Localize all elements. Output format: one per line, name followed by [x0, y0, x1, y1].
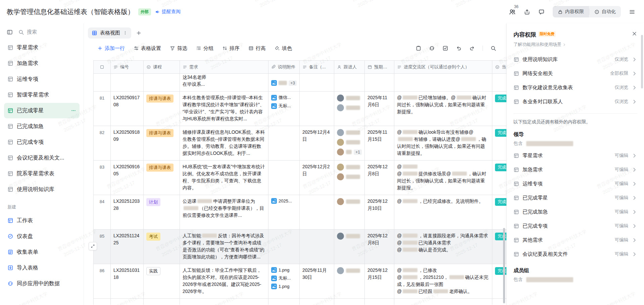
- follower[interactable]: [337, 267, 362, 274]
- cell-note[interactable]: 2025年12月2日: [300, 161, 334, 195]
- sidebar-item[interactable]: 暂缓零星需求: [4, 87, 80, 103]
- row-number[interactable]: 81: [94, 92, 111, 126]
- checksq-button[interactable]: [442, 45, 448, 51]
- column-header[interactable]: 课程: [144, 60, 180, 74]
- toolbar-plus-button[interactable]: 添加一行: [97, 45, 125, 52]
- cell-due-date[interactable]: 2025年12月8日: [365, 161, 394, 195]
- row-number[interactable]: 82: [94, 126, 111, 161]
- sidebar-new-item[interactable]: 工作表: [4, 213, 80, 228]
- cell-attachments[interactable]: +3: [268, 74, 300, 92]
- more-followers-badge[interactable]: +1: [354, 149, 362, 155]
- cell-demand[interactable]: HUB系统“统一发布课表”中增加发布统计比例。优化发布不成功信息，按开课课程、学…: [180, 161, 268, 195]
- sidebar-item[interactable]: 已完成零星: [4, 103, 80, 118]
- cell-note[interactable]: 2025年11月30日: [300, 264, 334, 299]
- panel-permission-item[interactable]: 网络安全相关全部权限: [509, 66, 641, 80]
- panel-help-link[interactable]: 了解功能用法和使用场景: [513, 42, 566, 48]
- sidebar-item[interactable]: 已完成专项: [4, 134, 80, 150]
- cell-due-date[interactable]: [365, 74, 394, 92]
- toolbar-funnel-button[interactable]: 筛选: [170, 45, 187, 52]
- cell-note[interactable]: [300, 74, 334, 92]
- sidebar-new-item[interactable]: 同步应用中的数据: [4, 276, 80, 291]
- cell-id[interactable]: LX2025091605: [111, 161, 144, 195]
- cell-progress[interactable]: @，已经完成修改。见说明附件。: [394, 195, 492, 230]
- cell-id[interactable]: LX2025112425: [111, 230, 144, 264]
- panel-permission-item[interactable]: 已完成加急可编辑: [509, 205, 641, 219]
- cell-progress[interactable]: @，请直接跟段老师，沟通具体需求@已沟通具体需求@确认是否完成。: [394, 230, 492, 264]
- share-button[interactable]: [524, 9, 530, 15]
- cell-progress[interactable]: @@提供修改场景@，确认时间过长，强制确认完成，如果还有问题请重新提报。: [394, 161, 492, 195]
- sidebar-item[interactable]: 运维专项: [4, 71, 80, 87]
- column-header[interactable]: 编号: [111, 60, 144, 74]
- panel-scrollbar[interactable]: [641, 35, 643, 88]
- cell-attachments[interactable]: [268, 126, 300, 161]
- sidebar-item[interactable]: 加急需求: [4, 56, 80, 71]
- sidebar-item[interactable]: 会议纪要及相关文...: [4, 150, 80, 166]
- row-number[interactable]: 83: [94, 161, 111, 195]
- sync-button[interactable]: [429, 45, 435, 51]
- cell-id[interactable]: [111, 74, 144, 92]
- more-attachments-badge[interactable]: +3: [289, 80, 297, 86]
- cell-progress[interactable]: @已经增加辅修。@确认时间过长，强制确认完成，如果还有问题请重新提报。: [394, 92, 492, 126]
- column-header[interactable]: 进度交流区（可以通过@到个人）: [394, 60, 492, 74]
- attachment-chip[interactable]: 微信...: [271, 95, 297, 101]
- cell-note[interactable]: 2025年12月4日: [300, 126, 334, 161]
- cell-note[interactable]: [300, 92, 334, 126]
- column-header[interactable]: 预期完成...: [365, 60, 394, 74]
- cell-followers[interactable]: [334, 161, 365, 195]
- follower[interactable]: [337, 139, 362, 146]
- cell-attachments[interactable]: [268, 230, 300, 264]
- cell-due-date[interactable]: 2025年11月15日: [365, 126, 394, 161]
- attachment-chip[interactable]: 无标...: [271, 103, 297, 109]
- expand-record-button[interactable]: [89, 242, 97, 250]
- sidebar-new-item[interactable]: 仪表盘: [4, 229, 80, 244]
- cell-followers[interactable]: [334, 195, 365, 230]
- toolbar-group-button[interactable]: 分组: [196, 45, 213, 52]
- cell-followers[interactable]: +1: [334, 126, 365, 161]
- select-all-cell[interactable]: [94, 60, 111, 74]
- sidebar-item[interactable]: 院系零星需求表: [4, 166, 80, 181]
- follower[interactable]: [337, 129, 362, 136]
- column-header[interactable]: 说明附件: [268, 60, 300, 74]
- cell-attachments[interactable]: [268, 161, 300, 195]
- cell-course[interactable]: 计划: [144, 195, 180, 230]
- cell-demand[interactable]: 人工智能反馈：因补考考试涉及多个课程，需要增加一个查询补考成绩是否激活的功能（可…: [180, 230, 268, 264]
- column-header[interactable]: 备注（...: [300, 60, 334, 74]
- row-number[interactable]: 84: [94, 195, 111, 230]
- sidebar-item[interactable]: 已完成加急: [4, 119, 80, 134]
- cell-attachments[interactable]: 2025...: [268, 195, 300, 230]
- sidebar-item[interactable]: 使用说明知识库: [4, 182, 80, 197]
- cell-status[interactable]: [492, 74, 506, 92]
- cell-id[interactable]: LX2025103118: [111, 264, 144, 299]
- cell-status[interactable]: 完成: [492, 126, 506, 161]
- remind-review-link[interactable]: 提醒查阅: [155, 9, 181, 15]
- cell-progress[interactable]: @，已修改@，20251210，确认还未完成，见左侧最后一张图@已经跟老师确认。: [394, 264, 492, 299]
- cell-id[interactable]: LX2025120328: [111, 195, 144, 230]
- cell-due-date[interactable]: 2025年12月15日: [365, 264, 394, 299]
- row-number[interactable]: 86: [94, 264, 111, 299]
- comment-button[interactable]: [538, 9, 545, 15]
- cell-attachments[interactable]: 微信...无标...: [268, 92, 300, 126]
- panel-permission-item[interactable]: 已完成专项可编辑: [509, 219, 641, 233]
- close-icon[interactable]: [632, 31, 637, 37]
- undo-button[interactable]: [456, 45, 462, 51]
- follower[interactable]: [337, 198, 362, 205]
- panel-permission-item[interactable]: 加急需求可编辑: [509, 163, 641, 177]
- cell-due-date[interactable]: 2025年12月10日: [365, 195, 394, 230]
- attachment-chip[interactable]: 1.png: [271, 284, 297, 289]
- follower[interactable]: [337, 104, 362, 111]
- sidebar-new-item[interactable]: 导入表格: [4, 260, 80, 276]
- column-header[interactable]: 需求: [180, 60, 268, 74]
- search-button[interactable]: [490, 45, 496, 51]
- cell-attachments[interactable]: 1.png无标...1.png: [268, 264, 300, 299]
- attachment-chip[interactable]: 2025...: [271, 198, 297, 204]
- sidebar-toggle-icon[interactable]: [7, 29, 13, 35]
- attachment-chip[interactable]: 无标...: [271, 275, 297, 281]
- cell-id[interactable]: LX2025091809: [111, 126, 144, 161]
- attachment-chip[interactable]: 1.png: [271, 267, 297, 273]
- tab-grid-view[interactable]: 表格视图: [88, 27, 131, 39]
- cell-followers[interactable]: [334, 92, 365, 126]
- panel-permission-item[interactable]: 运维专项可编辑: [509, 177, 641, 191]
- content-permission-button[interactable]: 内容权限: [553, 6, 589, 17]
- cell-status[interactable]: 完成: [492, 161, 506, 195]
- cell-course[interactable]: 排课与课表: [144, 126, 180, 161]
